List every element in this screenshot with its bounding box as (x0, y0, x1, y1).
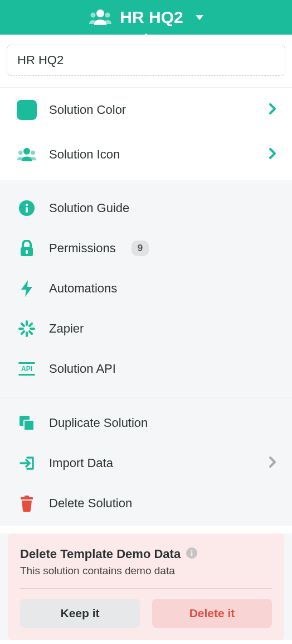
import-icon (17, 453, 37, 473)
solution-icon-label: Solution Icon (49, 147, 256, 162)
import-data-label: Import Data (49, 456, 256, 470)
svg-rect-18 (28, 330, 33, 335)
lock-icon (17, 238, 37, 258)
demo-data-card: Delete Template Demo Data This solution … (8, 534, 284, 640)
header-pointer (139, 33, 153, 40)
keep-it-button[interactable]: Keep it (20, 599, 140, 628)
zapier-icon (17, 319, 37, 339)
solution-api-label: Solution API (49, 362, 276, 376)
svg-rect-17 (20, 322, 26, 328)
import-data-row[interactable]: Import Data (0, 443, 292, 483)
svg-rect-10 (26, 250, 28, 254)
automations-label: Automations (49, 281, 276, 296)
chevron-right-icon (269, 456, 276, 470)
permissions-badge: 9 (132, 241, 149, 256)
svg-rect-16 (20, 330, 26, 335)
svg-rect-11 (26, 320, 28, 326)
svg-point-27 (191, 550, 193, 551)
svg-rect-12 (26, 331, 28, 337)
solution-api-row[interactable]: API Solution API (0, 349, 292, 389)
demo-subtitle: This solution contains demo data (20, 565, 272, 577)
delete-solution-label: Delete Solution (49, 496, 276, 511)
svg-rect-15 (28, 322, 33, 328)
header[interactable]: HR HQ2 (0, 0, 292, 35)
svg-point-2 (105, 13, 110, 18)
zapier-label: Zapier (49, 321, 276, 336)
svg-point-4 (18, 151, 23, 155)
svg-rect-20 (18, 374, 35, 376)
duplicate-solution-label: Duplicate Solution (49, 416, 276, 430)
svg-rect-19 (18, 362, 35, 364)
svg-rect-28 (191, 552, 193, 556)
users-icon (89, 8, 112, 26)
svg-text:API: API (21, 365, 32, 373)
svg-point-1 (91, 13, 96, 18)
permissions-row[interactable]: Permissions 9 (0, 228, 292, 268)
solution-color-label: Solution Color (49, 103, 256, 117)
settings-section: Solution Guide Permissions 9 Automations (0, 180, 292, 397)
solution-guide-row[interactable]: Solution Guide (0, 188, 292, 228)
svg-point-7 (26, 204, 28, 206)
duplicate-icon (17, 413, 37, 433)
svg-rect-23 (24, 420, 34, 430)
delete-solution-row[interactable]: Delete Solution (0, 483, 292, 523)
info-icon[interactable] (186, 547, 197, 561)
solution-name-input[interactable] (7, 45, 285, 76)
demo-section-wrapper: Delete Template Demo Data This solution … (0, 534, 292, 640)
svg-point-0 (96, 9, 104, 17)
header-title: HR HQ2 (120, 8, 183, 27)
svg-point-5 (31, 151, 35, 155)
svg-rect-8 (26, 207, 28, 213)
svg-rect-25 (25, 496, 29, 498)
actions-section: Duplicate Solution Import Data Delete So… (0, 397, 292, 526)
trash-icon (17, 493, 37, 513)
divider (20, 588, 272, 589)
appearance-section: Solution Color Solution Icon (0, 88, 292, 177)
solution-color-row[interactable]: Solution Color (0, 88, 292, 132)
svg-rect-14 (30, 328, 35, 330)
delete-it-button[interactable]: Delete it (152, 599, 272, 628)
svg-rect-13 (18, 328, 24, 330)
permissions-label: Permissions (49, 241, 116, 256)
solution-icon-row[interactable]: Solution Icon (0, 132, 292, 177)
api-icon: API (17, 359, 37, 379)
solution-guide-label: Solution Guide (49, 201, 276, 215)
zapier-row[interactable]: Zapier (0, 309, 292, 349)
chevron-right-icon (269, 103, 276, 117)
svg-point-3 (23, 148, 30, 155)
name-section (0, 35, 292, 88)
color-swatch (17, 100, 37, 120)
users-icon (17, 145, 37, 165)
automations-row[interactable]: Automations (0, 268, 292, 309)
chevron-right-icon (269, 147, 276, 162)
info-icon (17, 198, 37, 218)
demo-title: Delete Template Demo Data (20, 547, 181, 561)
bolt-icon (17, 278, 37, 299)
duplicate-solution-row[interactable]: Duplicate Solution (0, 403, 292, 443)
dropdown-caret-icon (196, 15, 203, 20)
